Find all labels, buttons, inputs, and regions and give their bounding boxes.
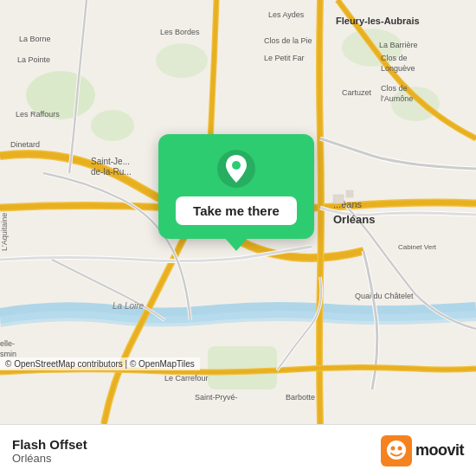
svg-text:La Barrière: La Barrière	[379, 41, 418, 49]
svg-text:Longuève: Longuève	[381, 64, 415, 73]
svg-text:Le Petit Far: Le Petit Far	[264, 54, 305, 62]
moovit-text: moovit	[415, 441, 464, 460]
footer-info: Flash Offset Orléans	[12, 437, 87, 465]
svg-text:Clos de la Pie: Clos de la Pie	[264, 36, 312, 45]
svg-text:Dinetard: Dinetard	[10, 140, 40, 149]
moovit-logo: moovit	[381, 435, 464, 466]
svg-point-38	[232, 161, 241, 170]
svg-text:Barbotte: Barbotte	[286, 393, 315, 402]
svg-text:elle-: elle-	[0, 339, 15, 348]
svg-text:l'Aumône: l'Aumône	[381, 94, 413, 103]
svg-text:La Pointe: La Pointe	[17, 55, 50, 64]
svg-text:Cartuzet: Cartuzet	[342, 88, 372, 97]
moovit-icon	[381, 435, 412, 466]
svg-rect-6	[208, 346, 277, 389]
svg-text:Quai du Châtelet: Quai du Châtelet	[355, 292, 414, 300]
svg-text:Fleury-les-Aubrais: Fleury-les-Aubrais	[336, 16, 420, 26]
svg-point-40	[387, 441, 406, 460]
osm-attribution: © OpenStreetMap contributors | © OpenMap…	[0, 357, 200, 370]
take-me-there-button[interactable]: Take me there	[176, 196, 297, 225]
svg-point-41	[390, 446, 395, 450]
svg-point-2	[91, 110, 134, 141]
map-container: Fleury-les-Aubrais La Borne La Pointe Le…	[0, 0, 476, 424]
footer: Flash Offset Orléans moovit	[0, 424, 476, 476]
svg-text:Les Bordes: Les Bordes	[160, 28, 200, 36]
svg-text:La Borne: La Borne	[19, 35, 51, 43]
svg-text:L'Aquitaine: L'Aquitaine	[0, 213, 9, 251]
svg-text:Saint-Je...: Saint-Je...	[91, 157, 130, 166]
svg-text:Saint-Pryvé-: Saint-Pryvé-	[195, 393, 238, 402]
svg-rect-35	[333, 195, 344, 203]
svg-point-42	[397, 446, 402, 450]
svg-text:Cabinet Vert: Cabinet Vert	[398, 243, 437, 251]
svg-text:La Loire: La Loire	[113, 301, 145, 311]
svg-text:de-la-Ru...: de-la-Ru...	[91, 167, 132, 177]
popup-card: Take me there	[158, 134, 314, 239]
svg-rect-36	[346, 190, 353, 197]
svg-point-3	[156, 43, 208, 78]
svg-text:Clos de: Clos de	[381, 84, 408, 93]
svg-text:Les Raffours: Les Raffours	[16, 110, 60, 119]
footer-title: Flash Offset	[12, 437, 87, 452]
location-pin-icon	[217, 150, 255, 188]
svg-text:Le Carrefour: Le Carrefour	[164, 374, 209, 383]
footer-subtitle: Orléans	[12, 452, 87, 465]
svg-text:Les Aydes: Les Aydes	[268, 10, 305, 19]
svg-text:Orléans: Orléans	[333, 213, 375, 226]
svg-text:Clos de: Clos de	[381, 54, 408, 62]
